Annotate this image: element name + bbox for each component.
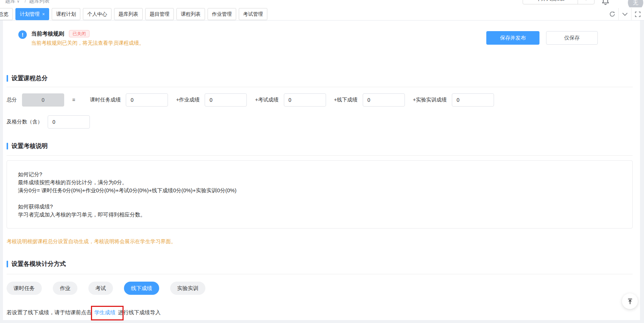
tab-label: 题库列表	[118, 11, 138, 18]
tab-label: 课程列表	[181, 11, 201, 18]
tab[interactable]: 题目管理	[145, 8, 174, 20]
module-pill-label: 作业	[60, 285, 70, 292]
assessment-rule-panel: 当前考核规则 已关闭 当前考核规则已关闭，将无法查看学员课程成绩。 保存并发布 …	[3, 21, 640, 320]
tab[interactable]: 课程列表	[176, 8, 205, 20]
section-accent-bar	[7, 261, 8, 267]
save-and-publish-button[interactable]: 保存并发布	[486, 31, 539, 45]
module-pill[interactable]: 作业	[53, 282, 77, 295]
module-pill[interactable]: 课时任务	[7, 282, 42, 295]
pass-score-row: 及格分数（含）	[7, 115, 90, 129]
hint-suffix: 进行线下成绩导入	[118, 309, 161, 315]
module-pill-list: 课时任务 作业 考试 线下成绩 实验实训	[7, 282, 205, 295]
refresh-icon[interactable]	[606, 8, 618, 20]
breadcrumb-item-bank[interactable]: 题库	[5, 0, 15, 4]
tab[interactable]: 作业管理	[208, 8, 236, 20]
assessment-description-line	[18, 194, 621, 203]
offline-score-hint: 若设置了线下成绩，请于结课前点击学生成绩进行线下成绩导入	[7, 309, 161, 316]
tab[interactable]: 总览	[0, 8, 13, 20]
section-header-module-scoring: 设置各模块计分方式	[7, 260, 66, 268]
assessment-description-line: 学习者完成加入考核的学习单元，即可得到相应分数。	[18, 211, 621, 219]
score-component-input[interactable]	[126, 93, 168, 107]
tab[interactable]: 计划管理	[15, 8, 49, 20]
section-header-assessment-desc: 设置考核说明	[7, 142, 48, 150]
assessment-auto-note: 考核说明根据课程总分设置自动生成，考核说明将会展示在学生学习界面。	[7, 238, 176, 245]
app-screen: 题库/题库列表 华师大测试1 ▼ 无 总览	[0, 0, 644, 323]
breadcrumb-item-bank-list[interactable]: 题库列表	[29, 0, 50, 4]
module-pill[interactable]: 实验实训	[170, 282, 205, 295]
score-component-input[interactable]	[205, 93, 247, 107]
tab-label: 总览	[0, 11, 8, 18]
fullscreen-icon[interactable]	[632, 8, 644, 20]
chevron-down-icon[interactable]	[15, 0, 22, 4]
assessment-description-line: 满分0分= 课时任务0分(0%)+作业0分(0%)+考试0分(0%)+线下成绩0…	[18, 186, 621, 194]
avatar[interactable]: 无	[628, 0, 643, 7]
score-component-label: +作业成绩	[176, 97, 200, 103]
tab-label: 题目管理	[150, 11, 169, 18]
module-pill-label: 考试	[95, 285, 106, 292]
back-to-top-button[interactable]	[622, 293, 638, 309]
breadcrumb-separator: /	[25, 0, 26, 4]
breadcrumb: 题库/题库列表	[5, 0, 50, 4]
divider	[7, 87, 633, 87]
section-title: 设置各模块计分方式	[11, 260, 66, 268]
tab-label: 作业管理	[212, 11, 232, 18]
chevron-down-icon[interactable]	[619, 8, 631, 20]
arrow-up-to-line-icon	[626, 298, 634, 305]
student-grades-link[interactable]: 学生成绩	[94, 309, 116, 316]
tab-label: 个人中心	[87, 11, 107, 18]
score-component-input[interactable]	[452, 93, 494, 107]
module-pill-label: 线下成绩	[131, 285, 152, 292]
save-only-button[interactable]: 仅保存	[546, 31, 598, 45]
avatar-text: 无	[633, 0, 638, 6]
section-accent-bar	[7, 143, 8, 149]
module-pill[interactable]: 考试	[88, 282, 113, 295]
info-alert-icon	[18, 30, 27, 39]
top-header: 题库/题库列表 华师大测试1 ▼ 无	[0, 0, 644, 7]
section-accent-bar	[7, 75, 8, 82]
total-score-label: 总分	[7, 97, 17, 103]
caret-down-icon[interactable]: ▼	[578, 0, 594, 1]
alert-title: 当前考核规则	[31, 30, 64, 37]
tab-label: 考试管理	[243, 11, 263, 18]
section-title: 设置考核说明	[11, 142, 48, 150]
assessment-description-line: 最终成绩按照考核的百分比计分，满分为0分。	[18, 178, 621, 186]
content-background: 当前考核规则 已关闭 当前考核规则已关闭，将无法查看学员课程成绩。 保存并发布 …	[0, 21, 644, 323]
bell-icon[interactable]	[602, 0, 609, 5]
tab[interactable]: 题库列表	[114, 8, 143, 20]
tab-bar: 总览 计划管理 课程计划 个人中心	[0, 7, 644, 21]
hint-prefix: 若设置了线下成绩，请于结课前点击	[7, 309, 92, 315]
total-score-formula-row: 总分 = 课时任务成绩 +作业成绩 +考试成绩 +线下成绩	[7, 93, 494, 107]
tab[interactable]: 个人中心	[83, 8, 111, 20]
equals-sign: =	[72, 97, 75, 103]
pass-score-label: 及格分数（含）	[7, 119, 43, 125]
tab[interactable]: 课程计划	[52, 8, 80, 20]
assessment-description-box: 如何记分? 最终成绩按照考核的百分比计分，满分为0分。 满分0分= 课时任务0分…	[7, 160, 633, 229]
assessment-description-line: 如何获得成绩?	[18, 203, 621, 211]
divider	[7, 155, 633, 156]
module-pill[interactable]: 线下成绩	[124, 282, 159, 295]
close-icon[interactable]	[42, 12, 45, 16]
score-component-input[interactable]	[284, 93, 326, 107]
score-component-label: +考试成绩	[255, 97, 278, 103]
score-component-label: 课时任务成绩	[90, 97, 121, 103]
module-pill-label: 课时任务	[14, 285, 35, 292]
total-score-input	[22, 93, 64, 107]
tab-bar-actions	[606, 8, 644, 20]
section-header-total-score: 设置课程总分	[7, 74, 48, 82]
tab-list: 总览 计划管理 课程计划 个人中心	[0, 8, 267, 20]
org-switcher[interactable]: 华师大测试1 ▼	[523, 0, 594, 4]
section-title: 设置课程总分	[11, 74, 48, 82]
tab-label: 课程计划	[56, 11, 76, 18]
tab-label: 计划管理	[20, 11, 40, 18]
divider	[7, 274, 633, 274]
score-component-input[interactable]	[363, 93, 405, 107]
tab[interactable]: 考试管理	[239, 8, 267, 20]
status-badge-closed: 已关闭	[69, 30, 89, 37]
score-component-label: +线下成绩	[334, 97, 358, 103]
pass-score-input[interactable]	[48, 115, 90, 129]
alert-description: 当前考核规则已关闭，将无法查看学员课程成绩。	[31, 40, 144, 47]
module-pill-label: 实验实训	[177, 285, 198, 292]
org-switcher-label: 华师大测试1	[523, 0, 578, 2]
score-component-label: +实验实训成绩	[413, 97, 447, 103]
assessment-description-line: 如何记分?	[18, 170, 621, 178]
